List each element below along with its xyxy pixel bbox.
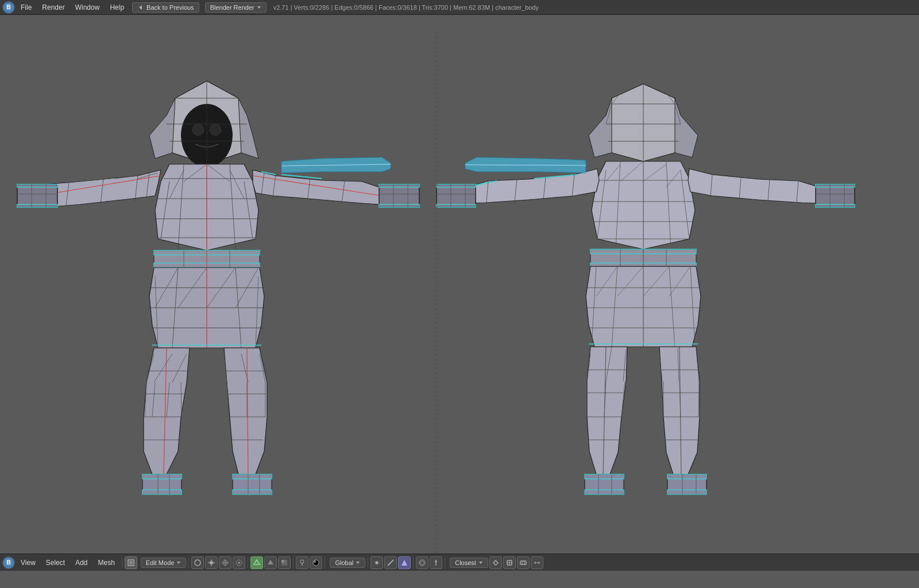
back-arrow-icon [137, 4, 144, 11]
svg-rect-238 [281, 560, 284, 563]
svg-point-260 [538, 562, 540, 564]
svg-point-225 [195, 560, 200, 566]
svg-marker-235 [254, 560, 260, 564]
snap-dropdown-icon [478, 560, 483, 565]
svg-point-259 [534, 562, 536, 564]
face-select-btn[interactable] [398, 556, 411, 569]
svg-rect-109 [233, 474, 272, 494]
separator-7 [413, 557, 414, 568]
svg-rect-216 [667, 474, 706, 494]
separator-1 [122, 557, 122, 568]
separator-3 [248, 557, 248, 568]
svg-point-234 [238, 562, 240, 564]
snap-icon-btn[interactable] [489, 556, 502, 569]
texture-btn[interactable] [278, 556, 291, 569]
svg-rect-104 [142, 474, 182, 494]
viewport-info: v2.71 | Verts:0/2286 | Edges:0/5866 | Fa… [273, 4, 539, 11]
menu-add[interactable]: Add [71, 558, 92, 568]
main-viewport[interactable]: B View Select Add Mesh Edit Mode [0, 15, 919, 571]
svg-marker-224 [177, 562, 180, 564]
vertex-select-btn[interactable] [370, 556, 383, 569]
normals-btn[interactable] [430, 556, 442, 569]
svg-rect-59 [17, 184, 57, 207]
separator-5 [325, 557, 325, 568]
separator-8 [445, 557, 445, 568]
svg-rect-168 [437, 184, 476, 207]
svg-rect-179 [816, 184, 855, 207]
svg-point-249 [420, 561, 424, 564]
top-menu-bar: B File Render Window Help Back to Previo… [0, 0, 919, 15]
xray-btn[interactable] [416, 556, 428, 569]
svg-point-239 [300, 560, 304, 563]
blender-bottom-logo: B [2, 556, 15, 569]
menu-select[interactable]: Select [41, 558, 69, 568]
lamp-btn[interactable] [296, 556, 308, 569]
dropdown-arrow-icon [257, 5, 261, 10]
menu-render[interactable]: Render [37, 2, 69, 13]
svg-marker-247 [401, 560, 407, 566]
viewport-shading-btn[interactable] [191, 556, 204, 569]
svg-marker-244 [356, 562, 360, 564]
orientation-dropdown-icon [356, 560, 360, 565]
snap-element-selector[interactable]: Closest [450, 558, 488, 568]
extra-btn-1[interactable] [503, 556, 516, 569]
svg-point-8 [210, 124, 221, 136]
separator-6 [368, 557, 368, 568]
bottom-menu-bar: B View Select Add Mesh Edit Mode [0, 554, 919, 571]
material-btn[interactable] [310, 556, 322, 569]
svg-rect-2 [0, 15, 919, 571]
menu-window[interactable]: Window [71, 2, 105, 13]
svg-line-246 [388, 560, 393, 566]
svg-rect-256 [520, 561, 526, 564]
mode-icon [125, 556, 137, 569]
extra-btn-3[interactable] [531, 556, 543, 569]
edge-select-btn[interactable] [384, 556, 397, 569]
svg-rect-211 [585, 474, 624, 494]
svg-marker-252 [479, 562, 482, 564]
edit-mode-selector[interactable]: Edit Mode [141, 558, 187, 568]
menu-view[interactable]: View [16, 558, 40, 568]
menu-help[interactable]: Help [105, 2, 129, 13]
svg-rect-223 [129, 561, 133, 564]
separator-2 [188, 557, 189, 568]
wireframe-btn[interactable] [250, 556, 263, 569]
solid-btn[interactable] [264, 556, 277, 569]
svg-marker-1 [257, 6, 261, 9]
blender-logo: B [2, 1, 15, 14]
transform-orientation-selector[interactable]: Global [330, 558, 365, 568]
pivot-point-btn[interactable] [205, 556, 218, 569]
svg-point-232 [224, 562, 226, 564]
snap-btn[interactable] [219, 556, 231, 569]
svg-point-245 [375, 561, 379, 564]
svg-point-7 [192, 124, 204, 136]
3d-viewport-svg [0, 15, 919, 571]
menu-mesh[interactable]: Mesh [94, 558, 119, 568]
svg-marker-236 [268, 560, 273, 564]
svg-marker-251 [435, 560, 437, 562]
render-engine-selector[interactable]: Blender Render [205, 2, 267, 13]
svg-marker-0 [139, 5, 142, 10]
svg-point-243 [314, 560, 316, 563]
svg-rect-73 [379, 184, 419, 207]
menu-file[interactable]: File [16, 2, 36, 13]
mode-dropdown-icon [176, 560, 181, 565]
proportional-edit-btn[interactable] [233, 556, 245, 569]
extra-btn-2[interactable] [517, 556, 530, 569]
back-to-previous-button[interactable]: Back to Previous [132, 2, 199, 13]
separator-4 [293, 557, 294, 568]
